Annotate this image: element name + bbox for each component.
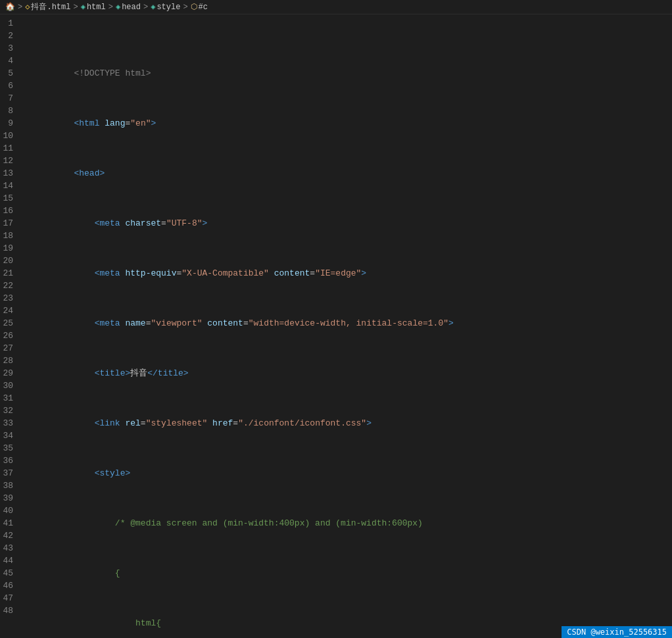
code-line-3: <head> xyxy=(33,155,672,167)
breadcrumb-selector[interactable]: ⬡ #c xyxy=(191,2,208,12)
code-line-6: <meta name="viewport" content="width=dev… xyxy=(33,305,672,317)
code-line-10: /* @media screen and (min-width:400px) a… xyxy=(33,504,672,517)
breadcrumb-html[interactable]: ◈ html > xyxy=(81,2,114,12)
home-icon: 🏠 xyxy=(5,2,15,12)
footer-bar: CSDN @weixin_52556315 xyxy=(562,626,672,638)
code-line-9: <style> xyxy=(33,454,672,467)
style-icon: ◈ xyxy=(151,2,155,12)
code-line-12: html{ xyxy=(33,604,672,617)
code-line-1: <!DOCTYPE html> xyxy=(33,55,672,67)
footer-text: CSDN @weixin_52556315 xyxy=(567,627,667,637)
code-line-5: <meta http-equiv="X-UA-Compatible" conte… xyxy=(33,255,672,267)
code-line-2: <html lang="en"> xyxy=(33,105,672,117)
breadcrumb-home[interactable]: 🏠 > xyxy=(5,2,24,12)
html-icon: ◈ xyxy=(81,2,85,12)
code-editor: 1 2 3 4 5 6 7 8 9 10 11 12 13 14 15 16 1… xyxy=(0,14,672,638)
code-line-8: <link rel="stylesheet" href="./iconfont/… xyxy=(33,405,672,417)
line-numbers: 1 2 3 4 5 6 7 8 9 10 11 12 13 14 15 16 1… xyxy=(0,14,28,638)
code-lines[interactable]: <!DOCTYPE html> <html lang="en"> <head> … xyxy=(28,14,672,638)
code-line-11: { xyxy=(33,554,672,567)
selector-icon: ⬡ xyxy=(191,2,197,12)
head-icon: ◈ xyxy=(116,2,120,12)
code-line-4: <meta charset="UTF-8"> xyxy=(33,205,672,217)
breadcrumb: 🏠 > ◇ 抖音.html > ◈ html > ◈ head > ◈ styl… xyxy=(0,0,672,14)
code-line-7: <title>抖音</title> xyxy=(33,355,672,367)
file-diamond-icon: ◇ xyxy=(25,2,30,12)
breadcrumb-style[interactable]: ◈ style > xyxy=(151,2,189,12)
breadcrumb-head[interactable]: ◈ head > xyxy=(116,2,149,12)
breadcrumb-file[interactable]: ◇ 抖音.html > xyxy=(25,1,79,12)
